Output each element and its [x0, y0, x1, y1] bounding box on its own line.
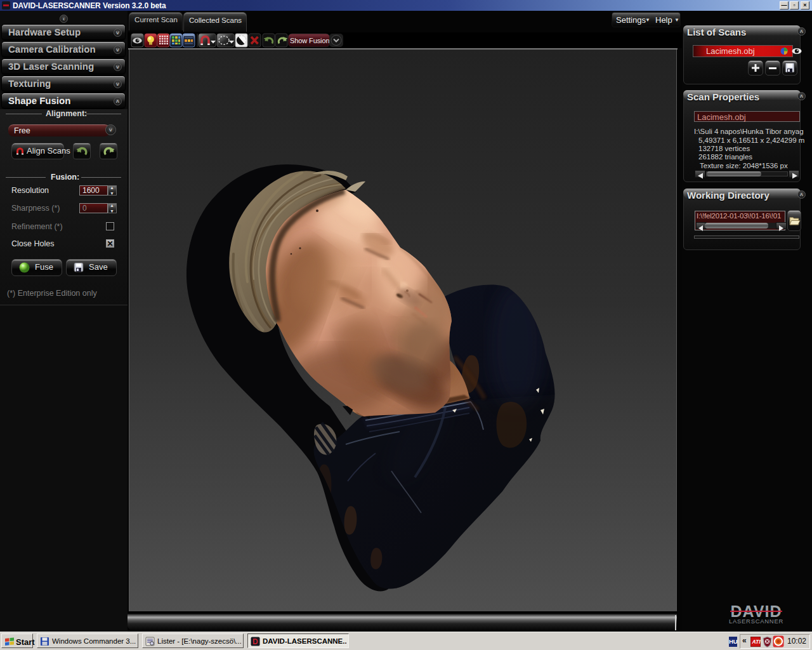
svg-text:D: D: [252, 637, 258, 646]
svg-text:Show Fusion: Show Fusion: [290, 37, 330, 44]
